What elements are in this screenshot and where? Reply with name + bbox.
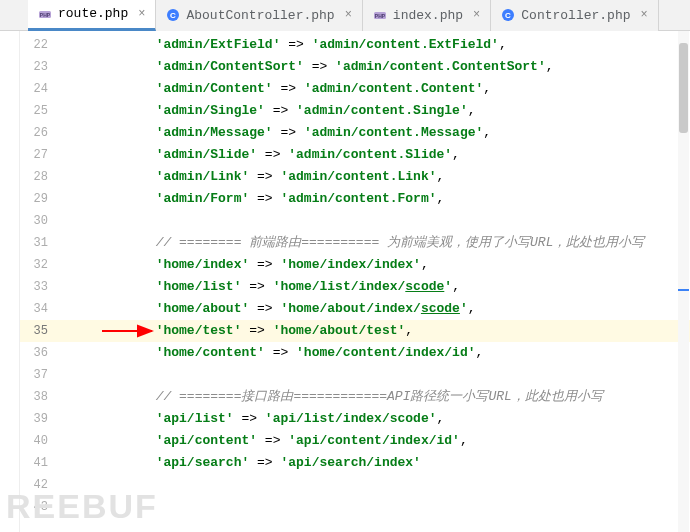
- vertical-scrollbar[interactable]: [678, 31, 689, 532]
- code-line[interactable]: 'home/index' => 'home/index/index',: [62, 254, 690, 276]
- code-line[interactable]: 'home/test' => 'home/about/test',: [62, 320, 690, 342]
- line-number: 35: [20, 320, 62, 342]
- class-file-icon: C: [501, 8, 515, 22]
- php-file-icon: PHP: [38, 7, 52, 21]
- code-line[interactable]: 'admin/Content' => 'admin/content.Conten…: [62, 78, 690, 100]
- line-number: 26: [20, 122, 62, 144]
- tab-route-php[interactable]: PHP route.php ×: [28, 0, 156, 31]
- editor-tab-bar: PHP route.php × C AboutController.php × …: [0, 0, 690, 31]
- line-number: 41: [20, 452, 62, 474]
- code-line[interactable]: 'admin/Single' => 'admin/content.Single'…: [62, 100, 690, 122]
- code-line[interactable]: 'admin/Message' => 'admin/content.Messag…: [62, 122, 690, 144]
- tab-aboutcontroller-php[interactable]: C AboutController.php ×: [156, 0, 362, 31]
- watermark-text: REEBUF: [6, 487, 158, 526]
- tab-label: AboutController.php: [186, 8, 334, 23]
- tab-label: Controller.php: [521, 8, 630, 23]
- php-file-icon: PHP: [373, 8, 387, 22]
- code-line[interactable]: 'home/about' => 'home/about/index/scode'…: [62, 298, 690, 320]
- code-line[interactable]: 'admin/Form' => 'admin/content.Form',: [62, 188, 690, 210]
- tab-label: index.php: [393, 8, 463, 23]
- line-number: 33: [20, 276, 62, 298]
- line-number: 24: [20, 78, 62, 100]
- code-area[interactable]: 'admin/ExtField' => 'admin/content.ExtFi…: [62, 31, 690, 532]
- code-line[interactable]: 'admin/Slide' => 'admin/content.Slide',: [62, 144, 690, 166]
- code-line[interactable]: // ========接口路由============API路径统一小写URL，…: [62, 386, 690, 408]
- code-line[interactable]: 'home/list' => 'home/list/index/scode',: [62, 276, 690, 298]
- code-line[interactable]: 'home/content' => 'home/content/index/id…: [62, 342, 690, 364]
- close-icon[interactable]: ×: [473, 8, 480, 22]
- line-number: 40: [20, 430, 62, 452]
- scrollbar-thumb[interactable]: [679, 43, 688, 133]
- line-number: 29: [20, 188, 62, 210]
- line-number: 32: [20, 254, 62, 276]
- svg-text:PHP: PHP: [40, 11, 51, 17]
- line-number: 39: [20, 408, 62, 430]
- code-editor[interactable]: 2223242526272829303132333435363738394041…: [0, 31, 690, 532]
- code-line[interactable]: [62, 364, 690, 386]
- close-icon[interactable]: ×: [641, 8, 648, 22]
- code-line[interactable]: 'admin/ContentSort' => 'admin/content.Co…: [62, 56, 690, 78]
- tab-label: route.php: [58, 6, 128, 21]
- class-file-icon: C: [166, 8, 180, 22]
- gutter-icons: [0, 31, 20, 532]
- svg-text:C: C: [171, 11, 177, 20]
- svg-text:C: C: [505, 11, 511, 20]
- line-number: 34: [20, 298, 62, 320]
- close-icon[interactable]: ×: [345, 8, 352, 22]
- line-number: 38: [20, 386, 62, 408]
- close-icon[interactable]: ×: [138, 7, 145, 21]
- line-number: 28: [20, 166, 62, 188]
- code-line[interactable]: 'api/list' => 'api/list/index/scode',: [62, 408, 690, 430]
- line-number: 25: [20, 100, 62, 122]
- line-number: 36: [20, 342, 62, 364]
- line-number-gutter: 2223242526272829303132333435363738394041…: [20, 31, 62, 532]
- line-number: 30: [20, 210, 62, 232]
- svg-text:PHP: PHP: [375, 13, 386, 19]
- line-number: 31: [20, 232, 62, 254]
- code-line[interactable]: [62, 210, 690, 232]
- scrollbar-marker: [678, 289, 689, 291]
- line-number: 22: [20, 34, 62, 56]
- tab-controller-php[interactable]: C Controller.php ×: [491, 0, 658, 31]
- line-number: 23: [20, 56, 62, 78]
- line-number: 27: [20, 144, 62, 166]
- code-line[interactable]: 'admin/ExtField' => 'admin/content.ExtFi…: [62, 34, 690, 56]
- code-line[interactable]: 'api/content' => 'api/content/index/id',: [62, 430, 690, 452]
- tab-index-php[interactable]: PHP index.php ×: [363, 0, 491, 31]
- code-line[interactable]: 'api/search' => 'api/search/index': [62, 452, 690, 474]
- code-line[interactable]: // ======== 前端路由========== 为前端美观，使用了小写UR…: [62, 232, 690, 254]
- line-number: 37: [20, 364, 62, 386]
- code-line[interactable]: 'admin/Link' => 'admin/content.Link',: [62, 166, 690, 188]
